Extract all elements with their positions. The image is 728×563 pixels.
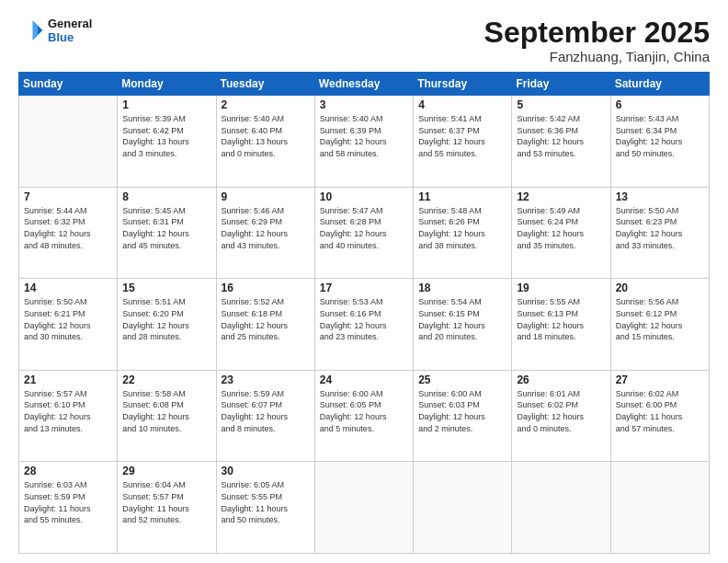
day-number: 14	[24, 282, 112, 294]
day-info: Sunrise: 6:03 AM Sunset: 5:59 PM Dayligh…	[24, 479, 112, 525]
day-number: 24	[320, 373, 408, 386]
day-info: Sunrise: 5:57 AM Sunset: 6:10 PM Dayligh…	[24, 388, 112, 434]
day-cell: 11Sunrise: 5:48 AM Sunset: 6:26 PM Dayli…	[414, 187, 512, 279]
day-number: 16	[222, 282, 310, 294]
weekday-header-monday: Monday	[118, 73, 216, 96]
day-cell: 28Sunrise: 6:03 AM Sunset: 5:59 PM Dayli…	[19, 462, 118, 554]
day-cell: 18Sunrise: 5:54 AM Sunset: 6:15 PM Dayli…	[414, 279, 512, 371]
weekday-header-sunday: Sunday	[19, 73, 118, 96]
day-number: 9	[222, 190, 310, 203]
day-number: 22	[122, 373, 210, 386]
weekday-header-thursday: Thursday	[414, 73, 512, 96]
day-cell: 21Sunrise: 5:57 AM Sunset: 6:10 PM Dayli…	[19, 370, 118, 462]
header: General Blue September 2025 Fanzhuang, T…	[18, 17, 710, 64]
day-info: Sunrise: 5:48 AM Sunset: 6:26 PM Dayligh…	[418, 205, 506, 251]
week-row-3: 14Sunrise: 5:50 AM Sunset: 6:21 PM Dayli…	[19, 279, 710, 371]
day-cell: 8Sunrise: 5:45 AM Sunset: 6:31 PM Daylig…	[118, 187, 216, 279]
day-number: 18	[418, 282, 506, 294]
day-cell: 1Sunrise: 5:39 AM Sunset: 6:42 PM Daylig…	[118, 96, 216, 188]
day-info: Sunrise: 6:01 AM Sunset: 6:02 PM Dayligh…	[517, 388, 605, 434]
day-info: Sunrise: 5:52 AM Sunset: 6:18 PM Dayligh…	[222, 296, 310, 342]
day-cell: 14Sunrise: 5:50 AM Sunset: 6:21 PM Dayli…	[19, 279, 118, 371]
day-cell: 12Sunrise: 5:49 AM Sunset: 6:24 PM Dayli…	[512, 187, 610, 279]
day-cell: 13Sunrise: 5:50 AM Sunset: 6:23 PM Dayli…	[610, 187, 709, 279]
day-cell: 19Sunrise: 5:55 AM Sunset: 6:13 PM Dayli…	[512, 279, 610, 371]
weekday-header-friday: Friday	[512, 73, 610, 96]
calendar-table: SundayMondayTuesdayWednesdayThursdayFrid…	[18, 72, 710, 554]
day-number: 11	[418, 190, 506, 203]
day-number: 27	[616, 373, 704, 386]
day-number: 5	[517, 98, 605, 111]
day-cell: 15Sunrise: 5:51 AM Sunset: 6:20 PM Dayli…	[118, 279, 216, 371]
week-row-4: 21Sunrise: 5:57 AM Sunset: 6:10 PM Dayli…	[19, 370, 710, 462]
day-info: Sunrise: 5:50 AM Sunset: 6:21 PM Dayligh…	[24, 296, 112, 342]
day-cell: 7Sunrise: 5:44 AM Sunset: 6:32 PM Daylig…	[19, 187, 118, 279]
day-info: Sunrise: 6:04 AM Sunset: 5:57 PM Dayligh…	[122, 479, 210, 525]
day-number: 21	[24, 373, 112, 386]
day-number: 30	[222, 465, 310, 477]
day-number: 28	[24, 465, 112, 477]
day-cell: 2Sunrise: 5:40 AM Sunset: 6:40 PM Daylig…	[216, 96, 314, 188]
day-cell: 10Sunrise: 5:47 AM Sunset: 6:28 PM Dayli…	[314, 187, 413, 279]
day-info: Sunrise: 6:00 AM Sunset: 6:03 PM Dayligh…	[418, 388, 506, 434]
weekday-header-row: SundayMondayTuesdayWednesdayThursdayFrid…	[19, 73, 710, 96]
day-info: Sunrise: 5:59 AM Sunset: 6:07 PM Dayligh…	[222, 388, 310, 434]
day-number: 23	[222, 373, 310, 386]
logo: General Blue	[18, 17, 92, 44]
day-info: Sunrise: 5:49 AM Sunset: 6:24 PM Dayligh…	[517, 205, 605, 251]
title-block: September 2025 Fanzhuang, Tianjin, China	[484, 17, 710, 64]
week-row-1: 1Sunrise: 5:39 AM Sunset: 6:42 PM Daylig…	[19, 96, 710, 188]
day-cell	[512, 462, 610, 554]
day-number: 25	[418, 373, 506, 386]
day-number: 2	[222, 98, 310, 111]
day-number: 1	[122, 98, 210, 111]
day-number: 3	[320, 98, 408, 111]
day-info: Sunrise: 5:50 AM Sunset: 6:23 PM Dayligh…	[616, 205, 704, 251]
day-number: 10	[320, 190, 408, 203]
day-info: Sunrise: 5:42 AM Sunset: 6:36 PM Dayligh…	[517, 113, 605, 159]
day-cell	[314, 462, 413, 554]
day-cell: 17Sunrise: 5:53 AM Sunset: 6:16 PM Dayli…	[314, 279, 413, 371]
day-info: Sunrise: 6:02 AM Sunset: 6:00 PM Dayligh…	[616, 388, 704, 434]
day-info: Sunrise: 5:58 AM Sunset: 6:08 PM Dayligh…	[122, 388, 210, 434]
day-info: Sunrise: 5:41 AM Sunset: 6:37 PM Dayligh…	[418, 113, 506, 159]
svg-marker-1	[33, 21, 38, 40]
day-cell: 4Sunrise: 5:41 AM Sunset: 6:37 PM Daylig…	[414, 96, 512, 188]
day-info: Sunrise: 5:53 AM Sunset: 6:16 PM Dayligh…	[320, 296, 408, 342]
day-info: Sunrise: 5:55 AM Sunset: 6:13 PM Dayligh…	[517, 296, 605, 342]
month-title: September 2025	[484, 17, 710, 49]
day-cell: 26Sunrise: 6:01 AM Sunset: 6:02 PM Dayli…	[512, 370, 610, 462]
day-cell: 23Sunrise: 5:59 AM Sunset: 6:07 PM Dayli…	[216, 370, 314, 462]
day-number: 15	[122, 282, 210, 294]
day-info: Sunrise: 5:40 AM Sunset: 6:40 PM Dayligh…	[222, 113, 310, 159]
day-number: 7	[24, 190, 112, 203]
day-number: 6	[616, 98, 704, 111]
day-number: 19	[517, 282, 605, 294]
logo-text: General Blue	[48, 17, 92, 44]
day-info: Sunrise: 5:47 AM Sunset: 6:28 PM Dayligh…	[320, 205, 408, 251]
day-info: Sunrise: 6:00 AM Sunset: 6:05 PM Dayligh…	[320, 388, 408, 434]
day-number: 29	[122, 465, 210, 477]
week-row-2: 7Sunrise: 5:44 AM Sunset: 6:32 PM Daylig…	[19, 187, 710, 279]
day-info: Sunrise: 5:54 AM Sunset: 6:15 PM Dayligh…	[418, 296, 506, 342]
day-cell: 27Sunrise: 6:02 AM Sunset: 6:00 PM Dayli…	[610, 370, 709, 462]
day-number: 4	[418, 98, 506, 111]
day-cell: 22Sunrise: 5:58 AM Sunset: 6:08 PM Dayli…	[118, 370, 216, 462]
day-info: Sunrise: 6:05 AM Sunset: 5:55 PM Dayligh…	[222, 479, 310, 525]
day-number: 13	[616, 190, 704, 203]
day-cell	[414, 462, 512, 554]
day-number: 26	[517, 373, 605, 386]
weekday-header-saturday: Saturday	[610, 73, 709, 96]
day-cell	[610, 462, 709, 554]
logo-icon	[18, 17, 44, 43]
weekday-header-tuesday: Tuesday	[216, 73, 314, 96]
day-info: Sunrise: 5:46 AM Sunset: 6:29 PM Dayligh…	[222, 205, 310, 251]
day-cell	[19, 96, 118, 188]
week-row-5: 28Sunrise: 6:03 AM Sunset: 5:59 PM Dayli…	[19, 462, 710, 554]
day-info: Sunrise: 5:43 AM Sunset: 6:34 PM Dayligh…	[616, 113, 704, 159]
day-info: Sunrise: 5:39 AM Sunset: 6:42 PM Dayligh…	[122, 113, 210, 159]
day-number: 8	[122, 190, 210, 203]
day-info: Sunrise: 5:45 AM Sunset: 6:31 PM Dayligh…	[122, 205, 210, 251]
day-info: Sunrise: 5:56 AM Sunset: 6:12 PM Dayligh…	[616, 296, 704, 342]
day-number: 12	[517, 190, 605, 203]
